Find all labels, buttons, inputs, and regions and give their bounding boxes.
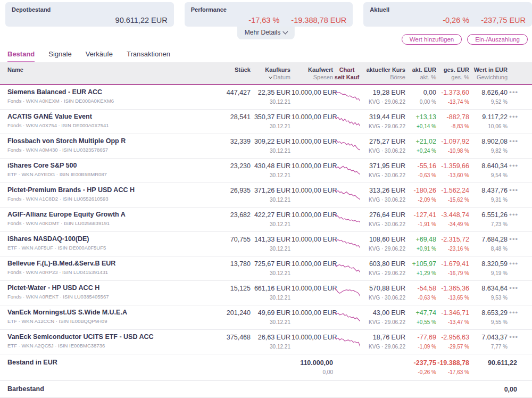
fund-name-link[interactable]: VanEck Semiconductor UCITS ETF - USD ACC	[7, 333, 174, 341]
akt-pct-value: +0,14 %	[406, 122, 436, 131]
fund-name-link[interactable]: Bellevue F.(L)-B.Med.&Serv.B EUR	[7, 260, 174, 268]
row-menu-button[interactable]: •••	[509, 309, 521, 317]
ges-eur-value: -1.679,41	[437, 260, 469, 268]
fund-wkn-isin: Fonds · WKN A0X754 · ISIN DE000A0X7541	[7, 122, 174, 129]
table-row[interactable]: Siemens Balanced - EUR ACC Fonds · WKN A…	[0, 85, 532, 110]
more-details-button[interactable]: Mehr Details	[237, 27, 295, 39]
row-menu-button[interactable]: •••	[509, 260, 521, 268]
akt-eur-value: +69,48	[406, 235, 436, 244]
kurs-boerse-datum: KVG · 30.06.22	[361, 196, 405, 204]
sparkline-chart[interactable]	[334, 333, 361, 350]
table-row[interactable]: AGIF-Allianz Europe Equity Growth A Fond…	[0, 208, 532, 232]
tab-transaktionen[interactable]: Transaktionen	[127, 50, 170, 62]
sparkline-svg	[335, 334, 360, 348]
table-row[interactable]: iShares NASDAQ-100(DE) ETF · WKN A0F5UF …	[0, 232, 532, 256]
aktueller-kurs-value: 276,64 EUR	[361, 211, 405, 219]
col-akt: akt. EUR akt. %	[406, 66, 437, 81]
sparkline-chart[interactable]	[334, 88, 361, 105]
ges-eur-value: -882,78	[437, 113, 469, 121]
table-row[interactable]: VanEck Semiconductor UCITS ETF - USD ACC…	[0, 330, 532, 354]
table-row[interactable]: ACATIS GANÉ Value Event Fonds · WKN A0X7…	[0, 110, 532, 134]
kurs-boerse-datum: KVG · 29.06.22	[361, 98, 405, 106]
kaufkurs-value: 661,16 EUR	[252, 284, 290, 293]
tab-bestand[interactable]: Bestand	[7, 50, 35, 62]
aktueller-kurs-value: 19,28 EUR	[361, 88, 405, 97]
ges-eur-value: -1.373,60	[437, 88, 469, 97]
table-row[interactable]: Bellevue F.(L)-B.Med.&Serv.B EUR Fonds ·…	[0, 256, 532, 281]
ges-eur-value: -1.359,66	[437, 162, 469, 170]
row-menu-button[interactable]: •••	[509, 186, 521, 195]
ges-pct-value: -29,57 %	[437, 343, 469, 351]
row-menu-button[interactable]: •••	[509, 137, 521, 146]
akt-pct-value: 0,00 %	[406, 98, 436, 106]
col-kaufkurs-sort[interactable]: Kaufkurs Datum	[252, 66, 292, 81]
aktueller-kurs-value: 371,95 EUR	[361, 162, 405, 170]
table-row[interactable]: Pictet-Premium Brands - HP USD ACC H Fon…	[0, 183, 532, 208]
wert-eur-value: 7.684,28	[470, 235, 508, 244]
fund-wkn-isin: Fonds · WKN A1C8D2 · ISIN LU0552610593	[7, 196, 174, 202]
row-menu-button[interactable]: •••	[509, 211, 521, 219]
sparkline-chart[interactable]	[334, 235, 361, 252]
stueck-value: 26,935	[176, 186, 251, 195]
add-value-button[interactable]: Wert hinzufügen	[402, 34, 462, 45]
kauf-datum: 30.12.21	[252, 220, 290, 229]
row-menu-button[interactable]: •••	[509, 113, 521, 121]
table-row[interactable]: Flossbach von Storch Multiple Opp R Fond…	[0, 134, 532, 159]
fund-name-link[interactable]: AGIF-Allianz Europe Equity Growth A	[7, 211, 174, 219]
table-row[interactable]: iShares Core S&P 500 ETF · WKN A0YEDG · …	[0, 159, 532, 183]
row-menu-button[interactable]: •••	[509, 88, 521, 97]
row-menu-button[interactable]: •••	[509, 162, 521, 170]
sparkline-chart[interactable]	[334, 113, 361, 130]
sparkline-chart[interactable]	[334, 260, 361, 277]
fund-wkn-isin: Fonds · WKN A0KDMT · ISIN LU0256839191	[7, 220, 174, 227]
sparkline-chart[interactable]	[334, 284, 361, 301]
ges-pct-value: -10,98 %	[437, 147, 469, 155]
sparkline-svg	[335, 212, 360, 226]
aktueller-kurs-value: 313,26 EUR	[361, 186, 405, 195]
sparkline-chart[interactable]	[334, 186, 361, 203]
row-menu-button[interactable]: •••	[509, 235, 521, 244]
footer-ges-pct-total: -17,63 %	[437, 368, 469, 377]
fund-name-link[interactable]: Pictet-Premium Brands - HP USD ACC H	[7, 186, 174, 194]
kauf-datum: 30.12.21	[252, 171, 290, 180]
fund-name-link[interactable]: Siemens Balanced - EUR ACC	[7, 88, 174, 96]
sparkline-chart[interactable]	[334, 137, 361, 154]
performance-card: Performance -17,63 % -19.388,78 EUR	[185, 2, 353, 27]
fund-name-link[interactable]: Pictet-Water - HP USD ACC H	[7, 284, 174, 292]
sparkline-svg	[335, 310, 360, 324]
sparkline-svg	[335, 236, 360, 250]
table-row[interactable]: Pictet-Water - HP USD ACC H Fonds · WKN …	[0, 281, 532, 305]
fund-name-link[interactable]: VanEck Morningst.US S.Wide M.U.E.A	[7, 309, 174, 317]
ges-eur-value: -2.956,63	[437, 333, 469, 342]
footer-akt-pct-total: -0,26 %	[406, 368, 436, 377]
fund-name-link[interactable]: iShares Core S&P 500	[7, 162, 174, 170]
sparkline-chart[interactable]	[334, 309, 361, 326]
deposit-withdraw-button[interactable]: Ein-/Auszahlung	[467, 34, 528, 45]
aktueller-kurs-value: 570,88 EUR	[361, 284, 405, 293]
summary-row: Depotbestand 90.611,22 EUR Performance -…	[0, 0, 532, 27]
fund-name-link[interactable]: Flossbach von Storch Multiple Opp R	[7, 137, 174, 145]
fund-wkn-isin: ETF · WKN A12CCN · ISIN IE00BQQP9H09	[7, 318, 174, 325]
sparkline-svg	[335, 89, 360, 103]
akt-eur-value: +105,97	[406, 260, 436, 268]
sparkline-svg	[335, 261, 360, 275]
wert-eur-value: 8.626,40	[470, 88, 508, 97]
fund-name-link[interactable]: iShares NASDAQ-100(DE)	[7, 235, 174, 243]
sparkline-chart[interactable]	[334, 211, 361, 228]
akt-pct-value: +1,29 %	[406, 269, 436, 278]
chevron-down-icon	[283, 29, 288, 35]
kaufwert-value: 10.000,00 EUR	[292, 235, 333, 244]
tab-verkaeufe[interactable]: Verkäufe	[86, 50, 113, 62]
tab-signale[interactable]: Signale	[48, 50, 71, 62]
sparkline-chart[interactable]	[334, 162, 361, 179]
gewichtung-pct: 7,23 %	[470, 220, 508, 229]
row-menu-button[interactable]: •••	[509, 284, 521, 293]
row-menu-button[interactable]: •••	[509, 333, 521, 342]
kurs-boerse-datum: KVG · 30.06.22	[361, 147, 405, 155]
kauf-datum: 30.12.21	[252, 318, 290, 327]
depot-value: 90.611,22 EUR	[115, 16, 168, 24]
stueck-value: 201,240	[176, 309, 251, 317]
table-row[interactable]: VanEck Morningst.US S.Wide M.U.E.A ETF ·…	[0, 305, 532, 330]
wert-eur-value: 8.653,29	[470, 309, 508, 317]
fund-name-link[interactable]: ACATIS GANÉ Value Event	[7, 113, 174, 121]
